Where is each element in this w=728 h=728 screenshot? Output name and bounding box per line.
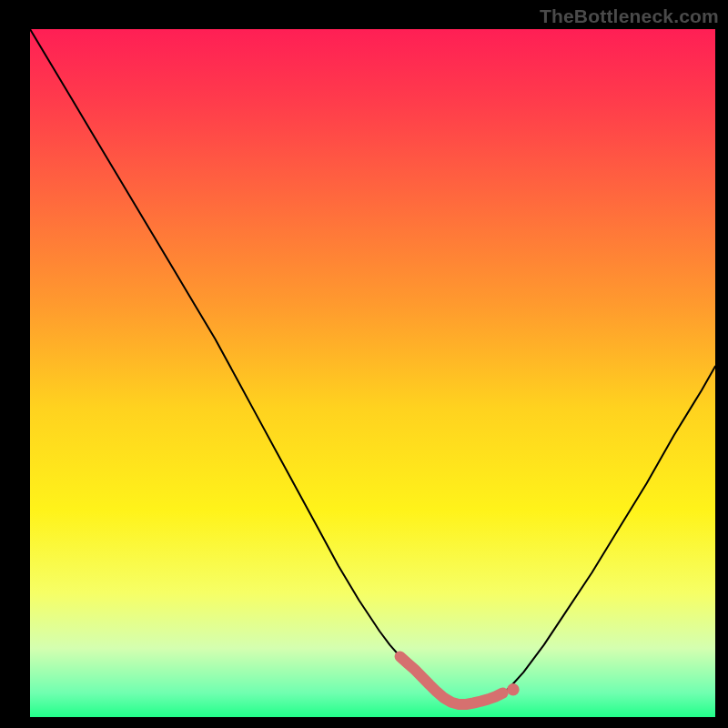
optimal-range-end-dot [507,683,520,696]
watermark-text: TheBottleneck.com [540,5,719,27]
gradient-background [30,29,715,717]
bottleneck-chart [0,0,728,728]
chart-stage: TheBottleneck.com [0,0,728,728]
